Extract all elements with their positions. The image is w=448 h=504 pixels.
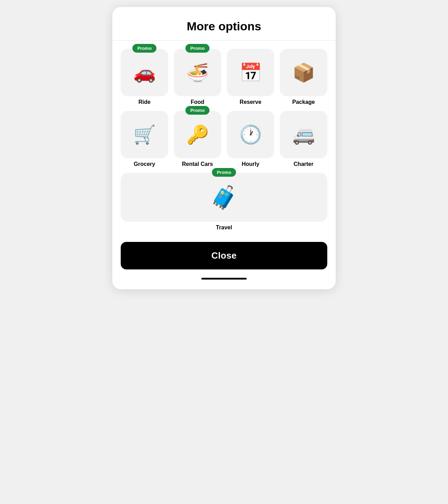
reserve-icon: 📅 [239,63,262,82]
option-travel[interactable]: Promo 🧳 Travel [121,173,327,231]
option-card-grocery: 🛒 [121,111,168,158]
package-label: Package [292,99,315,105]
option-grocery[interactable]: 🛒 Grocery [121,111,168,167]
travel-icon: 🧳 [210,186,238,208]
option-ride[interactable]: Promo 🚗 Ride [121,49,168,105]
close-button[interactable]: Close [121,242,327,269]
option-rental-cars[interactable]: Promo 🔑 Rental Cars [174,111,221,167]
more-options-modal: More options Promo 🚗 Ride Promo 🍜 Food [112,7,336,289]
ride-label: Ride [139,99,151,105]
option-card-reserve: 📅 [227,49,274,96]
home-indicator [201,278,247,280]
option-card-charter: 🚐 [280,111,327,158]
option-package[interactable]: 📦 Package [280,49,327,105]
option-card-travel: Promo 🧳 [121,173,327,222]
hourly-label: Hourly [242,161,260,167]
reserve-label: Reserve [240,99,261,105]
grid-row-3: Promo 🧳 Travel [121,173,327,231]
rental-cars-label: Rental Cars [182,161,213,167]
option-card-food: Promo 🍜 [174,49,221,96]
charter-label: Charter [294,161,314,167]
ride-icon: 🚗 [133,63,156,82]
travel-label: Travel [216,224,232,231]
grid-row-2: 🛒 Grocery Promo 🔑 Rental Cars 🕐 Hourly [121,111,327,167]
grocery-label: Grocery [134,161,155,167]
promo-badge-food: Promo [185,44,209,53]
food-label: Food [191,99,204,105]
option-card-package: 📦 [280,49,327,96]
option-charter[interactable]: 🚐 Charter [280,111,327,167]
grocery-icon: 🛒 [133,125,156,144]
rental-cars-icon: 🔑 [186,125,209,144]
hourly-icon: 🕐 [239,125,262,144]
modal-header: More options [112,7,336,40]
option-hourly[interactable]: 🕐 Hourly [227,111,274,167]
grid-row-1: Promo 🚗 Ride Promo 🍜 Food 📅 Reserve [121,49,327,105]
modal-title: More options [121,20,327,33]
close-section: Close [112,236,336,272]
promo-badge-ride: Promo [132,44,156,53]
promo-badge-travel: Promo [212,168,236,177]
package-icon: 📦 [292,63,315,82]
option-card-rental-cars: Promo 🔑 [174,111,221,158]
charter-icon: 🚐 [292,125,315,144]
promo-badge-rental: Promo [185,106,209,115]
options-grid: Promo 🚗 Ride Promo 🍜 Food 📅 Reserve [112,40,336,231]
option-card-ride: Promo 🚗 [121,49,168,96]
option-food[interactable]: Promo 🍜 Food [174,49,221,105]
option-card-hourly: 🕐 [227,111,274,158]
food-icon: 🍜 [186,63,209,82]
option-reserve[interactable]: 📅 Reserve [227,49,274,105]
